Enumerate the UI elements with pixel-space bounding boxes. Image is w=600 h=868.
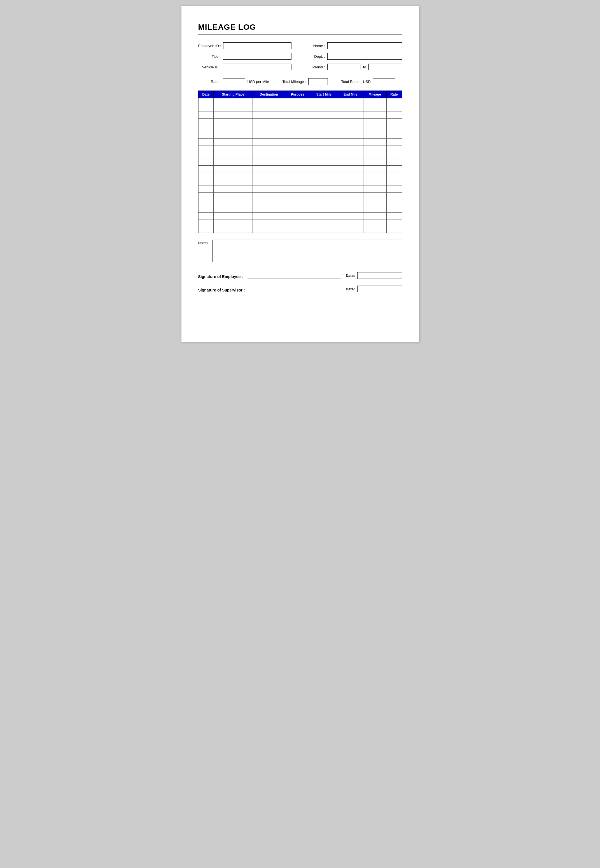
table-cell (310, 193, 338, 199)
table-cell (310, 172, 338, 179)
table-cell (363, 98, 386, 105)
table-cell (338, 172, 363, 179)
supervisor-date-input[interactable] (357, 286, 402, 292)
table-cell (285, 105, 310, 112)
signature-section: Signature of Employee : Date: Signature … (198, 272, 402, 292)
dept-input[interactable] (327, 53, 402, 60)
table-cell (338, 199, 363, 206)
employee-signature-row: Signature of Employee : Date: (198, 272, 402, 279)
table-cell (386, 146, 402, 152)
table-cell (285, 152, 310, 159)
table-cell (310, 166, 338, 172)
table-cell (198, 186, 214, 193)
table-cell (310, 226, 338, 233)
table-cell (253, 152, 285, 159)
table-cell (386, 166, 402, 172)
total-mileage-label: Total Mileage : (282, 80, 306, 84)
total-mileage-input[interactable] (308, 78, 328, 85)
table-cell (363, 159, 386, 166)
table-cell (363, 179, 386, 186)
table-cell (310, 186, 338, 193)
table-cell (285, 193, 310, 199)
table-cell (338, 206, 363, 213)
rate-row: Rate : USD per Mile Total Mileage : Tota… (198, 78, 402, 85)
notes-textarea[interactable] (212, 240, 402, 262)
supervisor-signature-row: Signature of Supervisor : Date: (198, 286, 402, 292)
vehicle-id-input[interactable] (223, 64, 291, 70)
table-cell (214, 172, 253, 179)
table-cell (253, 105, 285, 112)
table-cell (198, 226, 214, 233)
table-cell (214, 206, 253, 213)
table-cell (253, 166, 285, 172)
employee-date-input[interactable] (357, 272, 402, 279)
table-cell (214, 226, 253, 233)
table-cell (363, 219, 386, 226)
supervisor-date-group: Date: (346, 286, 402, 292)
table-cell (214, 152, 253, 159)
name-input[interactable] (327, 42, 402, 49)
table-cell (253, 132, 285, 139)
employee-signature-label: Signature of Employee : (198, 274, 243, 279)
total-rate-input[interactable] (373, 78, 395, 85)
table-row (198, 186, 402, 193)
rate-input[interactable] (223, 78, 245, 85)
col-start-mile: Start Mile (310, 91, 338, 98)
table-cell (198, 172, 214, 179)
table-cell (285, 146, 310, 152)
employee-id-input[interactable] (223, 42, 291, 49)
table-cell (198, 213, 214, 219)
table-cell (253, 159, 285, 166)
table-cell (253, 206, 285, 213)
table-row (198, 146, 402, 152)
title-row: Title : (198, 53, 291, 60)
table-cell (310, 146, 338, 152)
dept-label: Dept. : (303, 55, 325, 59)
employee-date-label: Date: (346, 274, 355, 278)
period-label: Period : (303, 65, 325, 69)
table-cell (285, 119, 310, 125)
total-rate-usd-label: USD (363, 80, 370, 84)
table-row (198, 139, 402, 146)
table-cell (198, 159, 214, 166)
table-cell (338, 166, 363, 172)
table-cell (386, 159, 402, 166)
table-cell (285, 199, 310, 206)
table-cell (386, 206, 402, 213)
period-start-input[interactable] (327, 64, 361, 70)
title-input[interactable] (223, 53, 291, 60)
table-row (198, 193, 402, 199)
table-cell (285, 206, 310, 213)
table-cell (214, 186, 253, 193)
table-cell (363, 172, 386, 179)
table-cell (386, 139, 402, 146)
table-cell (386, 98, 402, 105)
table-cell (363, 125, 386, 132)
table-cell (214, 105, 253, 112)
dept-row: Dept. : (303, 53, 402, 60)
table-cell (363, 166, 386, 172)
table-cell (338, 105, 363, 112)
table-cell (253, 146, 285, 152)
table-cell (338, 152, 363, 159)
table-cell (338, 179, 363, 186)
table-cell (253, 213, 285, 219)
col-mileage: Mileage (363, 91, 386, 98)
table-cell (253, 199, 285, 206)
table-cell (214, 146, 253, 152)
table-cell (386, 186, 402, 193)
table-cell (285, 179, 310, 186)
usd-per-mile-label: USD per Mile (247, 80, 269, 84)
table-cell (214, 139, 253, 146)
table-row (198, 179, 402, 186)
table-cell (338, 146, 363, 152)
table-cell (198, 132, 214, 139)
table-cell (198, 179, 214, 186)
title-label: Title : (198, 55, 221, 59)
period-end-input[interactable] (368, 64, 402, 70)
table-cell (285, 186, 310, 193)
notes-section: Notes : (198, 240, 402, 262)
table-cell (338, 132, 363, 139)
col-destination: Destination (253, 91, 285, 98)
table-cell (310, 206, 338, 213)
